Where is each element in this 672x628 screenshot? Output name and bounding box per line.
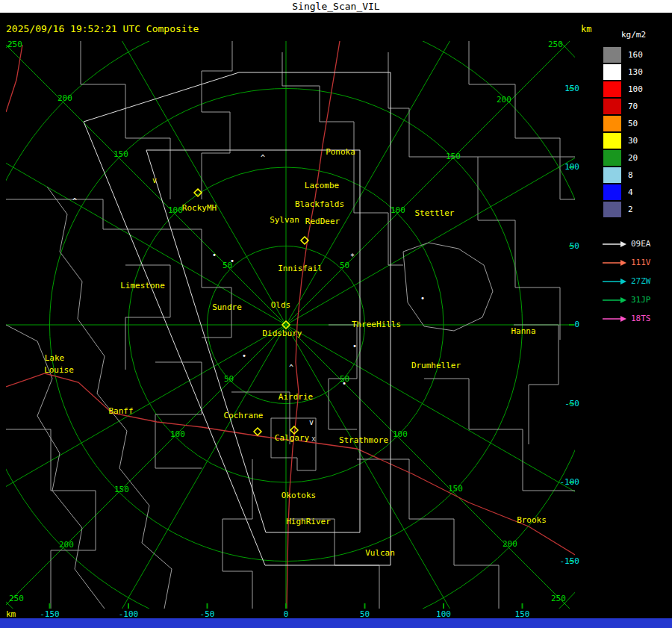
range-ring-label: 200 bbox=[57, 93, 72, 103]
county-boundary bbox=[478, 157, 560, 340]
radar-site-row: 27ZW bbox=[597, 272, 672, 290]
radar-map[interactable]: 2502001501005050100150200250501001502002… bbox=[6, 41, 575, 609]
town-label: Limestone bbox=[120, 281, 165, 290]
range-ring-label: 150 bbox=[446, 152, 461, 161]
town-label: Sylvan bbox=[270, 215, 299, 225]
range-ring-label: 200 bbox=[59, 540, 74, 550]
county-boundary bbox=[6, 429, 96, 609]
town-label: Innisfail bbox=[278, 264, 323, 273]
highway-line bbox=[299, 441, 575, 555]
legend-entry: 50 bbox=[597, 115, 672, 132]
town-label: Drumheller bbox=[411, 361, 461, 370]
y-axis-label: 50 bbox=[570, 241, 579, 251]
y-axis-label: -150 bbox=[560, 556, 580, 566]
map-symbol: • bbox=[342, 379, 346, 388]
legend-value: 30 bbox=[628, 136, 638, 146]
legend-color-scale: 16013010070503020842 bbox=[597, 46, 672, 218]
arrow-head bbox=[620, 279, 626, 285]
town-label: RockyMH bbox=[182, 203, 217, 213]
legend-swatch bbox=[603, 184, 621, 200]
arrow-head bbox=[620, 241, 626, 247]
legend-swatch bbox=[603, 150, 621, 166]
county-boundary bbox=[282, 52, 354, 153]
range-ring-label: 100 bbox=[170, 429, 185, 439]
legend-entry: 8 bbox=[597, 167, 672, 184]
range-ring-label: 150 bbox=[113, 149, 128, 159]
map-symbol: • bbox=[212, 251, 217, 259]
map-symbol: v bbox=[309, 418, 314, 426]
map-symbol: • bbox=[242, 352, 246, 360]
y-axis-label: -100 bbox=[560, 477, 580, 487]
arrow-head bbox=[620, 260, 626, 266]
legend-entry: 100 bbox=[597, 81, 672, 98]
legend-swatch bbox=[603, 81, 621, 97]
legend-entry: 70 bbox=[597, 98, 672, 115]
range-ring-label: 50 bbox=[224, 374, 234, 384]
town-label: Strathmore bbox=[339, 435, 388, 445]
town-label: RedDeer bbox=[305, 217, 340, 226]
county-boundary bbox=[202, 229, 231, 338]
highway-line bbox=[6, 373, 293, 441]
map-symbol: * bbox=[350, 252, 355, 261]
legend-sidebar: kg/m2 16013010070503020842 09EA111V27ZW3… bbox=[597, 30, 672, 328]
legend-entry: 30 bbox=[597, 132, 672, 149]
site-id-label: 27ZW bbox=[631, 276, 651, 286]
arrow-head bbox=[620, 297, 626, 303]
town-label: Lacombe bbox=[305, 181, 339, 190]
legend-swatch bbox=[603, 133, 621, 149]
site-id-label: 18TS bbox=[631, 314, 651, 323]
highway-line bbox=[6, 45, 22, 112]
legend-value: 100 bbox=[628, 84, 643, 94]
radar-coverage-outline bbox=[84, 72, 391, 565]
legend-entry: 20 bbox=[597, 149, 672, 167]
town-label: Ponoka bbox=[326, 147, 355, 157]
town-label: Cochrane bbox=[224, 411, 264, 420]
legend-value: 8 bbox=[628, 170, 633, 180]
town-label: ThreeHills bbox=[352, 320, 401, 329]
range-ring-label: 100 bbox=[391, 205, 405, 215]
y-axis-unit-label: km bbox=[581, 24, 591, 34]
site-arrow-icon bbox=[602, 296, 627, 305]
range-ring-label: 150 bbox=[448, 484, 463, 494]
radar-site-row: 31JP bbox=[597, 290, 672, 309]
range-ring-label: 250 bbox=[9, 594, 24, 603]
site-arrow-icon bbox=[602, 240, 627, 249]
site-id-label: 31JP bbox=[631, 295, 651, 305]
county-boundary bbox=[514, 325, 559, 444]
legend-swatch bbox=[603, 64, 621, 80]
range-ring-label: 200 bbox=[497, 95, 511, 105]
legend-swatch bbox=[603, 47, 621, 63]
map-symbol: • bbox=[352, 342, 357, 350]
legend-swatch bbox=[603, 202, 621, 217]
y-axis: 150100500-50-100-150 bbox=[556, 0, 581, 628]
town-label: Blackfalds bbox=[295, 199, 344, 209]
legend-entry: 160 bbox=[597, 46, 672, 63]
legend-swatch bbox=[603, 99, 621, 114]
town-label: Brooks bbox=[517, 515, 547, 525]
town-label: Louise bbox=[44, 365, 74, 375]
site-arrow-icon bbox=[602, 314, 627, 323]
legend-entry: 2 bbox=[597, 201, 672, 218]
legend-value: 20 bbox=[628, 153, 638, 163]
y-axis-label: 100 bbox=[564, 162, 579, 172]
legend-value: 160 bbox=[628, 50, 643, 60]
range-ring-label: 50 bbox=[340, 261, 349, 270]
county-boundary bbox=[403, 243, 493, 331]
legend-value: 2 bbox=[628, 205, 633, 214]
y-axis-label: 0 bbox=[574, 320, 579, 329]
town-label: Okotoks bbox=[281, 491, 316, 500]
timestamp-label: 2025/09/16 19:52:21 UTC Composite bbox=[6, 23, 199, 34]
site-arrow-icon bbox=[602, 258, 627, 267]
radar-map-canvas: 2502001501005050100150200250501001502002… bbox=[6, 41, 575, 609]
town-label: HighRiver bbox=[286, 517, 331, 526]
legend-value: 70 bbox=[628, 102, 638, 111]
town-label: Olds bbox=[271, 300, 291, 310]
town-label: Calgary bbox=[275, 433, 310, 443]
arrow-head bbox=[620, 316, 626, 322]
town-label: Banff bbox=[108, 406, 133, 416]
window-title: Single_Scan_VIL bbox=[292, 1, 379, 12]
legend-entry: 4 bbox=[597, 184, 672, 201]
legend-value: 4 bbox=[628, 187, 633, 197]
bottom-bar bbox=[0, 618, 672, 628]
county-boundary bbox=[388, 52, 575, 157]
